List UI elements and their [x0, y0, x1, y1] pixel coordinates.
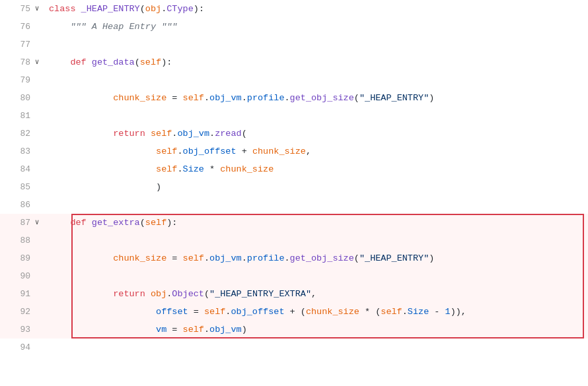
token-attr: obj_vm [209, 325, 242, 335]
token-plain: ( [354, 253, 359, 263]
token-kw: return [113, 129, 151, 139]
token-plain: . [204, 253, 209, 263]
code-line: 93 vm = self.obj_vm) [0, 321, 588, 338]
token-var: chunk_size [113, 93, 166, 103]
line-number: 79 [15, 71, 30, 89]
code-line: 89 chunk_size = self.obj_vm.profile.get_… [0, 249, 588, 267]
token-plain: ): [166, 218, 177, 228]
line-number-col: 85 [0, 178, 46, 196]
token-plain: ( [140, 218, 145, 228]
token-plain: + [237, 146, 252, 156]
token-fn: Object [172, 289, 204, 299]
token-plain: ) [429, 253, 434, 263]
token-fn: get_extra [92, 218, 140, 228]
line-number-col: 90 [0, 267, 46, 285]
token-plain: ) [242, 325, 247, 335]
code-content: def get_extra(self): [46, 214, 588, 232]
line-number-col: 92 [0, 303, 46, 321]
token-kw: class [49, 4, 81, 14]
line-number-col: 76 [0, 18, 46, 36]
token-plain: . [177, 146, 182, 156]
token-plain: ( [204, 289, 209, 299]
token-fn: get_obj_size [290, 93, 354, 103]
code-line: 94 [0, 338, 588, 356]
code-content: ) [46, 178, 588, 196]
token-str: "_HEAP_ENTRY" [359, 253, 429, 263]
code-line: 92 offset = self.obj_offset + (chunk_siz… [0, 303, 588, 321]
line-number: 87 [15, 214, 30, 232]
token-fn: get_data [92, 57, 135, 67]
line-number: 81 [15, 107, 30, 125]
token-plain: ( [140, 4, 145, 14]
token-plain: , [311, 289, 316, 299]
line-number-col: 77 [0, 36, 46, 53]
code-line: 85 ) [0, 178, 588, 196]
token-number: 1 [445, 307, 451, 317]
token-param: self [381, 307, 402, 317]
token-plain: . [285, 253, 290, 263]
token-plain: . [204, 93, 209, 103]
line-number-col: 75∨ [0, 0, 46, 18]
line-number: 77 [15, 36, 30, 53]
token-param: self [156, 146, 177, 156]
fold-arrow[interactable]: ∨ [33, 0, 41, 18]
token-attr: profile [247, 93, 285, 103]
token-plain: , [306, 146, 311, 156]
token-plain: . [177, 164, 182, 174]
code-line: 82 return self.obj_vm.zread( [0, 125, 588, 143]
token-kw: return [113, 289, 151, 299]
line-number-col: 91 [0, 285, 46, 303]
token-plain: ) [156, 182, 161, 192]
code-line: 79 [0, 71, 588, 89]
token-plain: )), [451, 307, 466, 317]
token-plain: . [242, 253, 247, 263]
code-content: """ A Heap Entry """ [46, 18, 588, 36]
token-cls: CType [166, 4, 194, 14]
token-plain: . [204, 325, 209, 335]
token-plain: . [209, 129, 215, 139]
code-content: self.obj_offset + chunk_size, [46, 143, 588, 160]
code-line: 91 return obj.Object("_HEAP_ENTRY_EXTRA"… [0, 285, 588, 303]
token-attr: vm [156, 325, 166, 335]
token-var: chunk_size [306, 307, 359, 317]
line-number-col: 78∨ [0, 53, 46, 71]
token-attr: Size [183, 164, 204, 174]
line-number-col: 80 [0, 89, 46, 107]
line-number: 80 [15, 89, 30, 107]
code-editor: 75∨class _HEAP_ENTRY(obj.CType):76 """ A… [0, 0, 588, 386]
fold-arrow[interactable]: ∨ [33, 53, 41, 71]
token-attr: obj_vm [209, 93, 242, 103]
code-content: vm = self.obj_vm) [46, 321, 588, 338]
line-number: 85 [15, 178, 30, 196]
token-plain: ): [194, 4, 204, 14]
token-attr: offset [156, 307, 188, 317]
fold-arrow[interactable]: ∨ [33, 214, 41, 232]
code-content: def get_data(self): [46, 53, 588, 71]
line-number: 90 [15, 267, 30, 285]
line-number-col: 79 [0, 71, 46, 89]
token-str: "_HEAP_ENTRY" [359, 93, 429, 103]
code-content: offset = self.obj_offset + (chunk_size *… [46, 303, 588, 321]
token-plain: ) [429, 93, 434, 103]
token-attr: obj_vm [177, 129, 209, 139]
token-var: chunk_size [252, 146, 306, 156]
line-number-col: 88 [0, 232, 46, 249]
line-number-col: 84 [0, 160, 46, 178]
line-number-col: 93 [0, 321, 46, 338]
token-param: self [145, 218, 166, 228]
token-param: self [151, 129, 172, 139]
line-number: 76 [15, 18, 30, 36]
token-kw: def [70, 218, 91, 228]
token-str: "_HEAP_ENTRY_EXTRA" [209, 289, 311, 299]
code-content: return obj.Object("_HEAP_ENTRY_EXTRA", [46, 285, 588, 303]
token-var: obj [145, 4, 161, 14]
line-number: 82 [15, 125, 30, 143]
code-line: 87∨ def get_extra(self): [0, 214, 588, 232]
line-number: 94 [15, 338, 30, 356]
code-line: 78∨ def get_data(self): [0, 53, 588, 71]
code-line: 88 [0, 232, 588, 249]
token-plain: . [402, 307, 408, 317]
line-number-col: 94 [0, 338, 46, 356]
token-plain: . [242, 93, 247, 103]
code-line: 90 [0, 267, 588, 285]
